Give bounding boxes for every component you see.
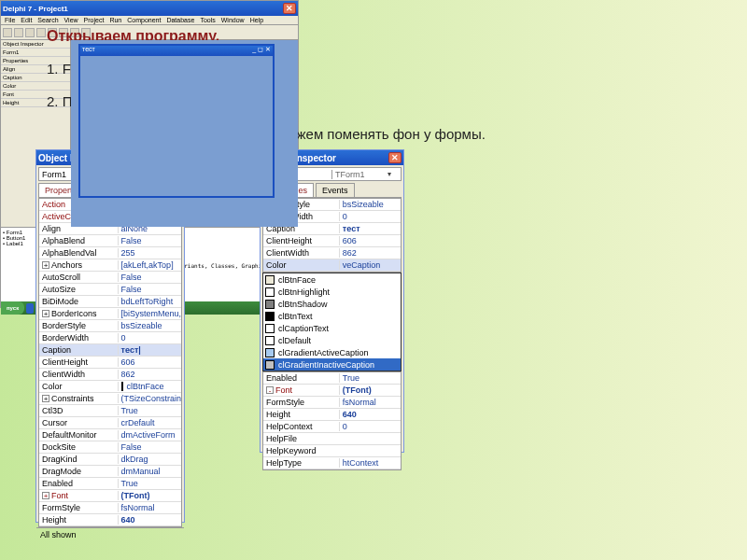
ide-menubar[interactable]: FileEditSearchViewProjectRunComponentDat… (1, 16, 298, 25)
color-option[interactable]: clGradientInactiveCaption (263, 358, 401, 371)
expand-icon[interactable]: + (42, 395, 49, 402)
property-row[interactable]: DragModedmManual (39, 466, 181, 478)
property-value[interactable]: (TFont) (118, 491, 181, 500)
property-value[interactable]: 0 (339, 422, 401, 431)
ide-left-row[interactable]: Color (1, 82, 70, 91)
property-value[interactable]: clBtnFace (118, 382, 181, 391)
property-row[interactable]: ClientHeight606 (263, 235, 401, 247)
property-value[interactable]: bsSizeable (339, 200, 401, 209)
property-value[interactable]: 0 (339, 212, 401, 221)
menu-item[interactable]: Run (109, 17, 121, 23)
property-value[interactable]: veCaption (339, 260, 401, 270)
property-value[interactable]: (TFont) (339, 385, 401, 395)
property-row[interactable]: CursorcrDefault (39, 417, 181, 429)
menu-item[interactable]: Component (127, 17, 161, 23)
property-value[interactable]: True (118, 406, 181, 415)
property-value[interactable]: bdLeftToRight (118, 297, 181, 306)
ide-left-row[interactable]: Form1 (1, 49, 70, 57)
property-value[interactable]: (TSizeConstrain (118, 394, 181, 403)
toolbar-button[interactable] (3, 28, 12, 37)
property-row[interactable]: ClientWidth862 (263, 247, 401, 259)
color-option[interactable]: clBtnHighlight (263, 286, 401, 298)
property-value[interactable]: htContext (339, 458, 401, 468)
property-row[interactable]: BorderStylebsSizeable (39, 320, 181, 332)
property-value[interactable]: crDefault (118, 418, 181, 427)
design-form[interactable]: тест_ ◻ ✕ (78, 44, 275, 198)
property-value[interactable]: тест (339, 224, 401, 233)
oi1-property-grid[interactable]: ActionActiveControlAlignalNoneAlphaBlend… (38, 198, 182, 527)
property-value[interactable]: bsSizeable (118, 321, 181, 330)
property-row[interactable]: BiDiModebdLeftToRight (39, 296, 181, 308)
property-row[interactable]: DragKinddkDrag (39, 454, 181, 466)
close-icon[interactable]: ✕ (388, 152, 402, 163)
property-value[interactable]: dmActiveForm (118, 430, 181, 440)
toolbar-button[interactable] (36, 28, 46, 37)
color-option[interactable]: clBtnText (263, 310, 401, 322)
property-row[interactable]: ClientWidth862 (39, 369, 181, 381)
property-row[interactable]: +BorderIcons[biSystemMenu, (39, 308, 181, 320)
color-option[interactable]: clBtnShadow (263, 298, 401, 310)
property-row[interactable]: EnabledTrue (39, 478, 181, 490)
property-value[interactable]: 862 (118, 370, 181, 379)
oi2-property-grid-2[interactable]: EnabledTrue-Font(TFont)FormStylefsNormal… (262, 371, 402, 470)
property-row[interactable]: HelpFile (263, 433, 401, 445)
toolbar-button[interactable] (14, 28, 23, 37)
expand-icon[interactable]: + (42, 261, 49, 269)
property-row[interactable]: Ctl3DTrue (39, 405, 181, 417)
property-value[interactable]: False (118, 273, 181, 282)
color-option[interactable]: clCaptionText (263, 322, 401, 334)
property-row[interactable]: Height640 (39, 514, 181, 526)
property-value[interactable]: False (118, 442, 181, 452)
color-option[interactable]: clDefault (263, 334, 401, 346)
property-row[interactable]: -Font(TFont) (263, 385, 401, 397)
property-value[interactable]: тест| (118, 345, 181, 355)
property-row[interactable]: ColorclBtnFace (39, 381, 181, 393)
property-row[interactable]: +Anchors[akLeft,akTop] (39, 259, 181, 272)
window-controls[interactable]: _ ◻ ✕ (252, 46, 271, 56)
property-value[interactable]: True (118, 479, 181, 488)
property-value[interactable]: 640 (339, 410, 401, 419)
property-row[interactable]: HelpTypehtContext (263, 457, 401, 469)
property-value[interactable]: False (118, 236, 181, 245)
start-button[interactable]: пуск (1, 301, 24, 315)
property-row[interactable]: EnabledTrue (263, 372, 401, 385)
property-row[interactable]: ColorveCaption (263, 259, 401, 272)
property-value[interactable]: 606 (339, 236, 401, 245)
property-value[interactable]: [akLeft,akTop] (118, 260, 181, 270)
property-value[interactable]: [biSystemMenu, (118, 309, 181, 318)
property-row[interactable]: HelpKeyword (263, 445, 401, 457)
property-row[interactable]: AutoSizeFalse (39, 284, 181, 296)
menu-item[interactable]: File (5, 17, 15, 23)
property-value[interactable]: fsNormal (339, 398, 401, 407)
expand-icon[interactable]: + (42, 310, 49, 317)
menu-item[interactable]: Window (221, 17, 245, 23)
close-icon[interactable]: ✕ (283, 3, 296, 14)
property-row[interactable]: BorderWidth0 (39, 332, 181, 344)
color-option[interactable]: clBtnFace (263, 273, 401, 286)
property-value[interactable]: 0 (118, 333, 181, 343)
property-row[interactable]: AlphaBlendFalse (39, 235, 181, 247)
chevron-down-icon[interactable]: ▾ (388, 170, 398, 178)
property-value[interactable]: 640 (118, 515, 181, 525)
property-value[interactable]: False (118, 285, 181, 294)
property-value[interactable]: fsNormal (118, 503, 181, 512)
menu-item[interactable]: Project (84, 17, 105, 23)
design-form-surface[interactable] (80, 56, 273, 196)
property-value[interactable]: 862 (339, 248, 401, 258)
property-row[interactable]: DefaultMonitordmActiveForm (39, 429, 181, 441)
menu-item[interactable]: View (64, 17, 78, 23)
property-value[interactable]: 255 (118, 248, 181, 258)
property-row[interactable]: +Constraints(TSizeConstrain (39, 393, 181, 405)
property-row[interactable]: FormStylefsNormal (39, 502, 181, 514)
oi2-color-dropdown[interactable]: clBtnFaceclBtnHighlightclBtnShadowclBtnT… (262, 273, 402, 371)
property-row[interactable]: AlphaBlendVal255 (39, 247, 181, 259)
menu-item[interactable]: Edit (21, 17, 32, 23)
menu-item[interactable]: Database (166, 17, 194, 23)
property-value[interactable]: 606 (118, 357, 181, 367)
color-option[interactable]: clGradientActiveCaption (263, 346, 401, 358)
menu-item[interactable]: Search (37, 17, 58, 23)
property-row[interactable]: DockSiteFalse (39, 441, 181, 454)
property-row[interactable]: FormStylefsNormal (263, 397, 401, 409)
property-value[interactable]: dkDrag (118, 455, 181, 464)
property-row[interactable]: Height640 (263, 409, 401, 421)
